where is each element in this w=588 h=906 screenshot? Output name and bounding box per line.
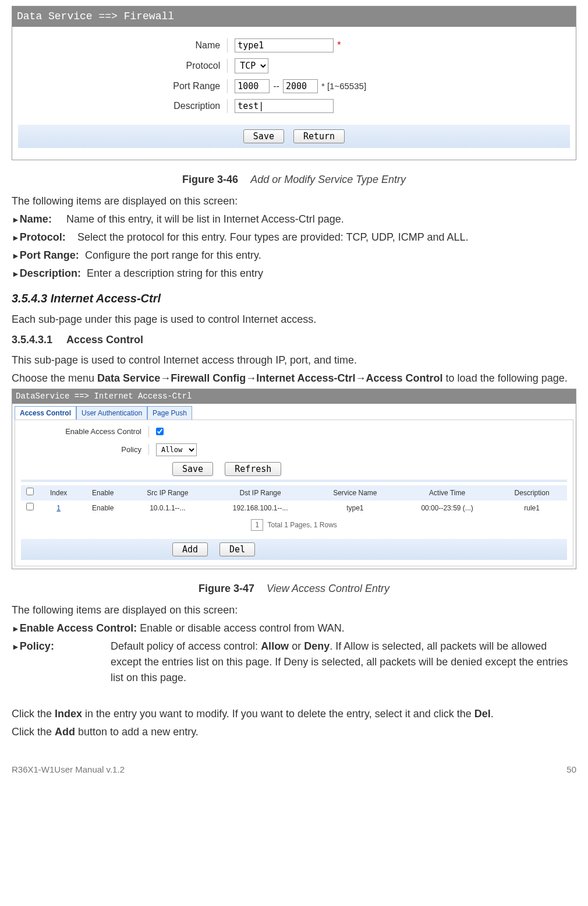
window-title: Data Service ==> Firewall: [12, 6, 576, 27]
cell-desc: rule1: [497, 500, 567, 516]
description-input[interactable]: [235, 99, 334, 113]
col-service: Service Name: [313, 485, 398, 500]
tab-page-push[interactable]: Page Push: [147, 406, 192, 419]
policy-select[interactable]: Allow: [156, 443, 197, 456]
enable-ac-label: Enable Access Control: [21, 426, 149, 438]
save-button[interactable]: Save: [243, 129, 284, 143]
port-separator: --: [273, 79, 279, 93]
body-text: ►Policy: Default policy of access contro…: [12, 639, 576, 686]
name-label: Name: [18, 38, 228, 52]
page-footer: R36X1-W1User Manual v.1.2 50: [12, 763, 576, 777]
cell-enable: Enable: [79, 500, 127, 516]
port-from-input[interactable]: [235, 79, 270, 93]
body-text: ►Protocol: Select the protocol for this …: [12, 230, 576, 245]
body-text: ►Port Range: Configure the port range fo…: [12, 248, 576, 263]
col-dst: Dst IP Range: [208, 485, 313, 500]
save-button[interactable]: Save: [172, 462, 213, 476]
body-text: The following items are displayed on thi…: [12, 193, 576, 209]
page-number-box[interactable]: 1: [251, 519, 263, 531]
body-text: The following items are displayed on thi…: [12, 602, 576, 618]
page-number: 50: [566, 763, 576, 777]
cell-service: type1: [313, 500, 398, 516]
col-index: Index: [38, 485, 79, 500]
index-link[interactable]: 1: [38, 500, 79, 516]
section-heading: 3.5.4.3 Internet Access-Ctrl: [12, 290, 576, 307]
cell-time: 00:00--23:59 (...): [398, 500, 497, 516]
tab-access-control[interactable]: Access Control: [15, 406, 76, 419]
row-checkbox[interactable]: [26, 503, 34, 510]
body-text: ►Description: Enter a description string…: [12, 266, 576, 281]
pager-text: Total 1 Pages, 1 Rows: [267, 521, 336, 529]
body-text: ►Enable Access Control: Enable or disabl…: [12, 621, 576, 636]
body-text: Each sub-page under this page is used to…: [12, 312, 576, 327]
body-text: Choose the menu Data Service→Firewall Co…: [12, 371, 576, 386]
footer-left: R36X1-W1User Manual v.1.2: [12, 763, 125, 777]
port-hint: * [1~65535]: [321, 80, 366, 93]
figure-caption: Figure 3-47 View Access Control Entry: [12, 581, 576, 597]
cell-dst: 192.168.100.1--...: [208, 500, 313, 516]
col-enable: Enable: [79, 485, 127, 500]
screenshot-access-control: DataService ==> Internet Access-Ctrl Acc…: [12, 389, 576, 569]
add-button[interactable]: Add: [172, 542, 208, 556]
select-all-checkbox[interactable]: [26, 488, 34, 495]
policy-label: Policy: [21, 444, 149, 456]
figure-caption: Figure 3-46 Add or Modify Service Type E…: [12, 172, 576, 188]
body-text: Click the Add button to add a new entry.: [12, 724, 576, 740]
body-text: This sub-page is used to control Interne…: [12, 352, 576, 368]
subsection-heading: 3.5.4.3.1Access Control: [12, 332, 576, 348]
body-text: ►Name: Name of this entry, it will be li…: [12, 211, 576, 227]
del-button[interactable]: Del: [219, 542, 255, 556]
port-to-input[interactable]: [283, 79, 318, 93]
table-row: 1 Enable 10.0.1.1--... 192.168.100.1--..…: [21, 500, 567, 516]
enable-ac-checkbox[interactable]: [156, 428, 164, 435]
col-src: Src IP Range: [127, 485, 208, 500]
cell-src: 10.0.1.1--...: [127, 500, 208, 516]
name-input[interactable]: [235, 38, 334, 52]
col-desc: Description: [497, 485, 567, 500]
screenshot-service-type: Data Service ==> Firewall Name * Protoco…: [12, 6, 576, 160]
return-button[interactable]: Return: [293, 129, 345, 143]
protocol-label: Protocol: [18, 59, 228, 73]
window-title: DataService ==> Internet Access-Ctrl: [12, 389, 576, 404]
portrange-label: Port Range: [18, 79, 228, 93]
refresh-button[interactable]: Refresh: [225, 462, 281, 476]
col-time: Active Time: [398, 485, 497, 500]
rules-table: Index Enable Src IP Range Dst IP Range S…: [21, 485, 567, 516]
pager: 1 Total 1 Pages, 1 Rows: [21, 516, 567, 534]
description-label: Description: [18, 99, 228, 113]
tab-user-authentication[interactable]: User Authentication: [76, 406, 147, 419]
required-mark: *: [337, 38, 341, 52]
protocol-select[interactable]: TCP: [235, 58, 268, 73]
body-text: Click the Index in the entry you want to…: [12, 706, 576, 722]
